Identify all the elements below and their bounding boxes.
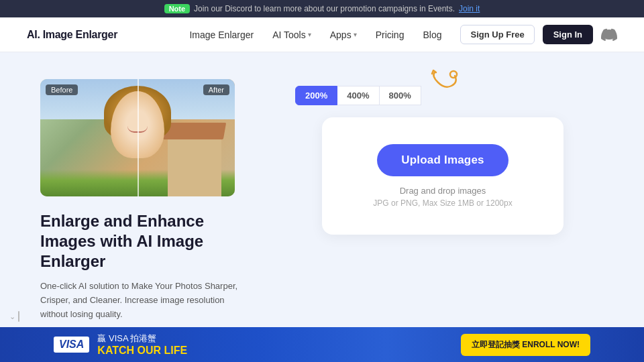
chevron-down-icon: ▾ xyxy=(308,31,311,38)
ad-texts: 贏 VISA 拍港蟹 KATCH OUR LIFE xyxy=(97,333,187,357)
logo: AI. Image Enlarger xyxy=(27,29,117,41)
notif-text: Join our Discord to learn more about our… xyxy=(194,4,455,13)
signin-button[interactable]: Sign In xyxy=(543,25,593,44)
main-nav: Image Enlarger AI Tools ▾ Apps ▾ Pricing… xyxy=(189,29,441,40)
discord-icon[interactable] xyxy=(601,27,617,43)
hero-desc: One-click AI solution to Make Your Photo… xyxy=(40,280,241,321)
nav-ai-tools[interactable]: AI Tools ▾ xyxy=(272,29,311,40)
scroll-hint: ⌄ xyxy=(9,311,19,322)
zoom-400-button[interactable]: 400% xyxy=(337,86,379,105)
building-roof xyxy=(163,123,226,139)
zoom-800-button[interactable]: 800% xyxy=(380,86,421,105)
right-section: 200% 400% 800% Upload Images Drag and dr… xyxy=(282,79,604,235)
visa-logo: VISA xyxy=(54,337,89,353)
join-link[interactable]: Join it xyxy=(459,4,480,13)
nav-image-enlarger[interactable]: Image Enlarger xyxy=(189,29,254,40)
ad-cta-button[interactable]: 立即登記抽獎 ENROLL NOW! xyxy=(461,334,590,356)
left-section: Before After Enlarge and Enhance Images … xyxy=(40,79,241,361)
ad-sub-text: 贏 VISA 拍港蟹 xyxy=(97,333,187,345)
ad-left: VISA 贏 VISA 拍港蟹 KATCH OUR LIFE xyxy=(54,333,187,357)
before-badge: Before xyxy=(46,84,78,95)
chevron-down-icon: ▾ xyxy=(354,31,357,38)
after-badge: After xyxy=(203,84,229,95)
before-after-image: Before After xyxy=(40,79,235,196)
header-actions: Sign Up Free Sign In xyxy=(460,25,617,44)
zoom-options: 200% 400% 800% xyxy=(295,86,421,105)
building xyxy=(168,136,221,196)
chevron-down-icon: ⌄ xyxy=(9,312,15,321)
svg-point-0 xyxy=(450,71,457,78)
upload-images-button[interactable]: Upload Images xyxy=(377,144,508,176)
nav-apps[interactable]: Apps ▾ xyxy=(330,29,357,40)
nav-blog[interactable]: Blog xyxy=(423,29,441,40)
scroll-bar[interactable] xyxy=(18,311,19,322)
signup-free-button[interactable]: Sign Up Free xyxy=(460,25,534,44)
nav-pricing[interactable]: Pricing xyxy=(376,29,405,40)
divider-line xyxy=(138,79,139,196)
ad-main-text: KATCH OUR LIFE xyxy=(97,345,187,357)
upload-box: Upload Images Drag and drop images JPG o… xyxy=(322,117,564,235)
hero-title: Enlarge and Enhance Images with AI Image… xyxy=(40,211,241,272)
ad-banner[interactable]: VISA 贏 VISA 拍港蟹 KATCH OUR LIFE 立即登記抽獎 EN… xyxy=(0,327,644,362)
main-content: Before After Enlarge and Enhance Images … xyxy=(0,52,644,361)
file-info-text: JPG or PNG, Max Size 1MB or 1200px xyxy=(373,198,512,208)
arrow-doodle xyxy=(421,69,462,103)
notification-bar: Note Join our Discord to learn more abou… xyxy=(0,0,644,17)
header: AI. Image Enlarger Image Enlarger AI Too… xyxy=(0,17,644,52)
note-badge: Note xyxy=(164,4,190,13)
zoom-200-button[interactable]: 200% xyxy=(295,86,337,105)
drag-drop-text: Drag and drop images xyxy=(400,186,486,196)
